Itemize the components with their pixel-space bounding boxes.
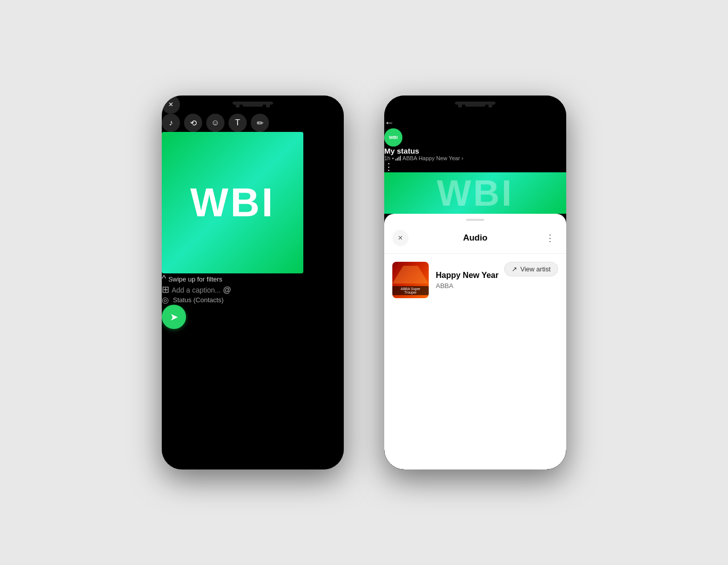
camera-dot2 [266, 104, 270, 108]
avatar: WBI [384, 128, 402, 147]
close-icon: × [398, 233, 402, 243]
camera-dot [236, 104, 240, 108]
phone1-frame: × ♪ ⟲ ☺ T ✏ [162, 96, 344, 469]
mention-icon[interactable]: @ [223, 286, 231, 294]
sheet-drag-handle[interactable] [466, 219, 484, 221]
emoji-icon: ☺ [211, 118, 219, 127]
text-button[interactable]: T [229, 114, 247, 132]
send-button[interactable]: ➤ [162, 305, 186, 329]
album-label: ABBA Super Trouper [392, 286, 429, 295]
close-icon: × [168, 100, 173, 109]
pen-button[interactable]: ✏ [251, 114, 269, 132]
sheet-close-button[interactable]: × [392, 230, 408, 246]
external-link-icon: ↗ [512, 265, 517, 273]
phone2-frame: ← WBI My status 1h • ABBA Happy New Year… [384, 96, 566, 469]
status-time: 1h [384, 155, 390, 161]
status-contacts[interactable]: ◎ Status (Contacts) [162, 295, 344, 305]
track-name: Happy New Year [436, 271, 498, 280]
wbi-image2: WBI [384, 172, 566, 214]
status-contacts-label: Status (Contacts) [173, 296, 223, 304]
status-name: My status [384, 147, 566, 155]
speaker2 [465, 104, 485, 107]
camera-dot4 [488, 104, 492, 108]
media-area: WBI [162, 132, 344, 273]
close-button[interactable]: × [162, 96, 180, 114]
view-artist-button[interactable]: ↗ View artist [504, 262, 558, 276]
view-artist-label: View artist [520, 265, 551, 273]
caption-input[interactable]: Add a caption... [171, 286, 220, 294]
signal-icon [395, 156, 401, 161]
camera-dot3 [458, 104, 462, 108]
sheet-title: Audio [463, 233, 487, 243]
dot-separator: • [392, 155, 394, 161]
back-button[interactable]: ← [384, 117, 394, 128]
caption-bar[interactable]: ⊞ Add a caption... @ [162, 284, 344, 295]
swipe-filters-area[interactable]: ^ Swipe up for filters [162, 273, 344, 284]
text-icon: T [235, 118, 240, 127]
track-info: Happy New Year ABBA [436, 271, 498, 290]
music-icon: ♪ [169, 118, 173, 127]
audio-bottom-sheet: × Audio ⋮ ABBA Super Trouper ↗ View arti… [384, 214, 566, 469]
audio-track-item: ABBA Super Trouper ↗ View artist Happy N… [384, 254, 566, 306]
chevron-right-icon: › [462, 155, 464, 161]
status-header: ← WBI My status 1h • ABBA Happy New Year… [384, 117, 566, 172]
crop-icon: ⟲ [190, 118, 197, 128]
status-media-area: WBI [384, 172, 566, 214]
camera-notch [236, 104, 270, 108]
toolbar-right-icons: ♪ ⟲ ☺ T ✏ [162, 114, 344, 132]
camera-notch2 [458, 104, 492, 108]
image-caption-icon: ⊞ [162, 285, 169, 295]
speaker [243, 104, 263, 107]
track-artist: ABBA [436, 282, 498, 290]
phone1-screen: × ♪ ⟲ ☺ T ✏ [162, 96, 344, 469]
send-icon: ➤ [170, 311, 178, 323]
wbi-logo2: WBI [437, 172, 514, 214]
more-dots-icon: ⋮ [545, 232, 555, 244]
swipe-filters-label: Swipe up for filters [168, 275, 222, 283]
phone2-screen: ← WBI My status 1h • ABBA Happy New Year… [384, 96, 566, 469]
sheet-header: × Audio ⋮ [384, 228, 566, 254]
wbi-image: WBI [162, 132, 303, 273]
emoji-button[interactable]: ☺ [206, 114, 224, 132]
song-info: ABBA Happy New Year [402, 155, 460, 161]
status-sub: 1h • ABBA Happy New Year › [384, 155, 566, 161]
phone1-wrapper: × ♪ ⟲ ☺ T ✏ [162, 96, 344, 469]
swipe-arrow-icon: ^ [162, 273, 166, 284]
wbi-logo: WBI [190, 179, 275, 226]
pen-icon: ✏ [257, 118, 263, 128]
crop-button[interactable]: ⟲ [184, 114, 202, 132]
more-options-button[interactable]: ⋮ [384, 162, 393, 172]
header-info: My status 1h • ABBA Happy New Year › [384, 147, 566, 161]
contacts-icon: ◎ [162, 295, 169, 305]
sheet-more-button[interactable]: ⋮ [542, 230, 558, 246]
phone2-wrapper: ← WBI My status 1h • ABBA Happy New Year… [384, 96, 566, 469]
bottom-bar: ◎ Status (Contacts) ➤ [162, 295, 344, 329]
editor-toolbar: × ♪ ⟲ ☺ T ✏ [162, 96, 344, 132]
music-button[interactable]: ♪ [162, 114, 180, 132]
album-art: ABBA Super Trouper [392, 262, 429, 298]
